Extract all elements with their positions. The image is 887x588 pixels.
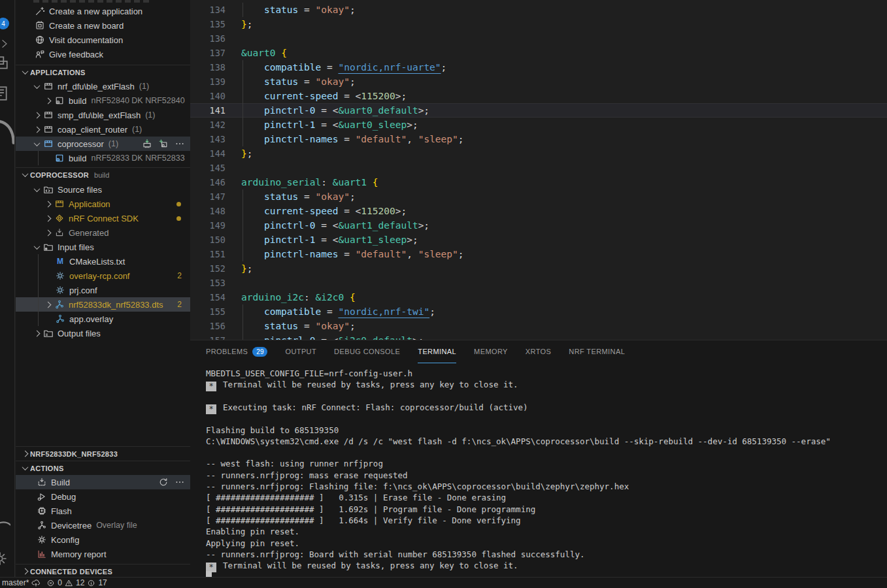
code-line[interactable]: 150 pinctrl-1 = <&uart1_sleep>;: [190, 233, 887, 247]
action-item-kconfig[interactable]: Kconfig: [16, 532, 190, 547]
tree-item-output-files[interactable]: Output files: [16, 326, 190, 340]
activity-icon-fragment[interactable]: [0, 119, 15, 145]
editor-code-area[interactable]: 134 status = "okay";135};136137&uart0 {1…: [190, 0, 887, 340]
code-line[interactable]: 144};: [190, 146, 887, 161]
code-line[interactable]: 149 pinctrl-0 = <&uart1_default>;: [190, 218, 887, 233]
problems-count-badge: 2: [177, 271, 182, 280]
activity-icon-fragment[interactable]: [0, 85, 9, 102]
section-header-connected-devices[interactable]: CONNECTED DEVICES: [16, 564, 190, 577]
tree-item-application[interactable]: Application: [16, 197, 190, 211]
code-line[interactable]: 148 current-speed = <115200>;: [190, 204, 887, 218]
code-text: compatible = "nordic,nrf-twi";: [241, 304, 435, 319]
code-line[interactable]: 142 pinctrl-1 = <&uart0_sleep>;: [190, 118, 887, 132]
tree-item-prj-conf[interactable]: prj.conf: [16, 283, 190, 297]
tree-item-generated[interactable]: Generated: [16, 225, 190, 240]
panel-tab-terminal[interactable]: TERMINAL: [418, 340, 456, 363]
code-line[interactable]: 154arduino_i2c: &i2c0 {: [190, 290, 887, 304]
section-header-coprocessor[interactable]: COPROCESSORbuild: [16, 168, 190, 182]
panel-tab-debug-console[interactable]: DEBUG CONSOLE: [334, 340, 400, 363]
code-token: [241, 235, 264, 245]
more-icon[interactable]: [173, 139, 186, 149]
action-item-memory-report[interactable]: Memory report: [16, 547, 190, 561]
code-line[interactable]: 146arduino_serial: &uart1 {: [190, 175, 887, 189]
publish-icon[interactable]: [31, 578, 41, 587]
flash-board-icon[interactable]: [141, 139, 154, 149]
activity-bar[interactable]: 4: [0, 0, 15, 577]
add-build-icon[interactable]: [157, 139, 170, 149]
welcome-item-create-a-new-application[interactable]: Create a new application: [16, 4, 190, 18]
welcome-item-give-feedback[interactable]: Give feedback: [16, 47, 190, 61]
terminal-line: [206, 447, 882, 459]
code-token: ;: [441, 62, 447, 73]
code-token: = <: [316, 235, 339, 245]
welcome-item-label: Create a new board: [49, 21, 124, 31]
activity-icon-fragment[interactable]: [0, 55, 9, 72]
tree-item-app-overlay[interactable]: app.overlay: [16, 312, 190, 326]
tree-item-nrf-connect-sdk[interactable]: nRF Connect SDK: [16, 211, 190, 225]
section-header-actions[interactable]: ACTIONS: [16, 461, 190, 475]
code-token: "okay": [316, 191, 350, 202]
code-token: =: [298, 5, 315, 15]
code-line[interactable]: 152};: [190, 261, 887, 276]
panel-tab-xrtos[interactable]: XRTOS: [526, 340, 552, 363]
section-title-desc: build: [94, 171, 109, 179]
code-line[interactable]: 147 status = "okay";: [190, 189, 887, 204]
activity-icon-fragment[interactable]: [0, 550, 8, 567]
terminal-output[interactable]: MBEDTLS_USER_CONFIG_FILE=nrf-config-user…: [190, 363, 887, 577]
action-item-build[interactable]: Build: [16, 475, 190, 489]
tree-item-smp-dfu-ble-extflash[interactable]: smp_dfu\ble_extFlash(1): [16, 108, 190, 122]
code-line[interactable]: 156 status = "okay";: [190, 319, 887, 333]
code-line[interactable]: 140 current-speed = <115200>;: [190, 89, 887, 103]
tree-item-source-files[interactable]: Source files: [16, 182, 190, 197]
panel-tab-nrf-terminal[interactable]: NRF TERMINAL: [569, 340, 625, 363]
activity-icon-fragment[interactable]: [0, 519, 10, 540]
welcome-item-create-a-new-board[interactable]: Create a new board: [16, 18, 190, 33]
action-item-devicetree[interactable]: DevicetreeOverlay file: [16, 518, 190, 532]
panel-tab-problems[interactable]: PROBLEMS29: [206, 340, 267, 363]
code-line[interactable]: 145: [190, 161, 887, 175]
tree-item-build[interactable]: buildnRF52833 DK NRF52833: [16, 151, 190, 165]
compatible-link[interactable]: "nordic,nrf-twi": [338, 306, 429, 317]
action-item-label: Devicetree: [51, 521, 92, 531]
panel-tab-output[interactable]: OUTPUT: [285, 340, 316, 363]
code-line[interactable]: 157 pinctrl-0 = <&i2c0_default>;: [190, 333, 887, 340]
source-folder-icon: [42, 184, 55, 195]
code-line[interactable]: 134 status = "okay";: [190, 3, 887, 17]
code-line[interactable]: 135};: [190, 17, 887, 31]
code-token: [241, 105, 264, 116]
code-line[interactable]: 138 compatible = "nordic,nrf-uarte";: [190, 60, 887, 74]
tree-item-input-files[interactable]: Input files: [16, 240, 190, 254]
panel-tab-memory[interactable]: MEMORY: [474, 340, 508, 363]
tree-item-overlay-rcp-conf[interactable]: overlay-rcp.conf2: [16, 269, 190, 283]
problems-status-item[interactable]: 01217: [46, 578, 107, 588]
tree-item-coap-client-router[interactable]: coap_client_router(1): [16, 122, 190, 137]
welcome-item-visit-documentation[interactable]: Visit documentation: [16, 33, 190, 47]
code-line[interactable]: 143 pinctrl-names = "default", "sleep";: [190, 132, 887, 146]
code-line[interactable]: 153: [190, 276, 887, 290]
code-line[interactable]: 136: [190, 31, 887, 46]
code-line[interactable]: 151 pinctrl-names = "default", "sleep";: [190, 247, 887, 261]
line-number: 140: [190, 89, 226, 103]
action-item-debug[interactable]: Debug: [16, 489, 190, 504]
line-number: 134: [190, 3, 226, 17]
code-line[interactable]: 137&uart0 {: [190, 46, 887, 60]
tree-item-build[interactable]: buildnRF52840 DK NRF52840: [16, 93, 190, 108]
tree-item-coprocessor[interactable]: coprocessor(1): [16, 137, 190, 151]
git-branch-item[interactable]: master*: [2, 578, 41, 588]
compatible-link[interactable]: "nordic,nrf-uarte": [338, 62, 441, 73]
tree-item-nrf52833dk-nrf52833-dts[interactable]: nrf52833dk_nrf52833.dts2: [16, 297, 190, 312]
app-box-icon: [42, 124, 55, 135]
section-header-board[interactable]: NRF52833DK_NRF52833: [16, 447, 190, 461]
section-header-applications[interactable]: APPLICATIONS: [16, 65, 190, 79]
memory-icon: [35, 549, 48, 559]
tree-item-nrf-dfu-ble-extflash[interactable]: nrf_dfu\ble_extFlash(1): [16, 79, 190, 93]
more-icon[interactable]: [173, 477, 186, 487]
action-item-flash[interactable]: Flash: [16, 504, 190, 518]
code-line[interactable]: 155 compatible = "nordic,nrf-twi";: [190, 304, 887, 319]
tree-item-cmakelists-txt[interactable]: MCMakeLists.txt: [16, 254, 190, 269]
code-line[interactable]: 141 pinctrl-0 = <&uart0_default>;: [190, 103, 887, 118]
code-token: "default": [356, 249, 407, 259]
code-line[interactable]: 139 status = "okay";: [190, 74, 887, 89]
activity-icon-fragment[interactable]: [0, 38, 10, 50]
refresh-icon[interactable]: [157, 477, 170, 487]
